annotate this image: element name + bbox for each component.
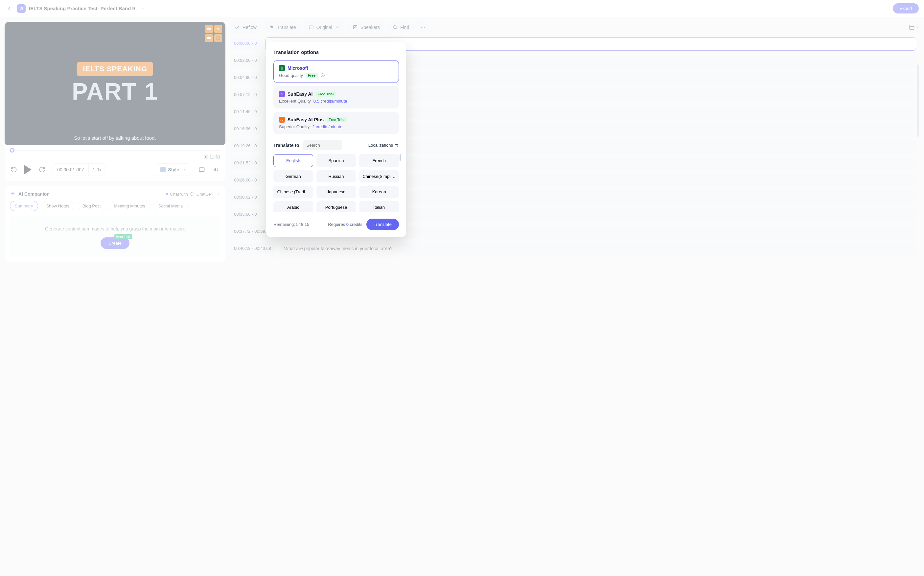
language-grid: EnglishSpanishFrenchGermanRussianChinese…: [273, 154, 399, 212]
sliders-icon: [394, 143, 399, 147]
language-scrollbar[interactable]: [400, 154, 401, 161]
info-icon[interactable]: [321, 73, 325, 78]
free-badge: Free: [306, 73, 318, 78]
language-option[interactable]: German: [273, 170, 313, 182]
language-option[interactable]: French: [359, 154, 399, 167]
language-option[interactable]: Korean: [359, 186, 399, 198]
required-credits: Requires 0 credits: [328, 222, 362, 227]
language-option[interactable]: Italian: [359, 201, 399, 212]
ai-logo-icon: AI: [279, 91, 285, 97]
provider-subeasy-ai[interactable]: AI SubEasy AI Free Trial Excellent Quali…: [273, 86, 399, 109]
language-option[interactable]: Chinese(Simpli…: [359, 170, 399, 182]
svg-point-15: [396, 144, 396, 145]
svg-point-16: [397, 146, 397, 146]
modal-overlay[interactable]: [0, 0, 924, 575]
localizations-button[interactable]: Localizations: [369, 143, 399, 147]
remaining-credits: Remaining: 548.15: [273, 222, 309, 227]
language-option[interactable]: English: [273, 154, 313, 167]
translate-action-button[interactable]: Translate: [366, 219, 399, 230]
language-search-input[interactable]: [303, 140, 342, 150]
trial-badge-plus: Free Trial: [326, 117, 347, 122]
language-option[interactable]: Arabic: [273, 201, 313, 212]
modal-title: Translation options: [273, 49, 399, 55]
language-option[interactable]: Portuguese: [316, 201, 356, 212]
translation-options-modal: Translation options ⊞ Microsoft Good qua…: [266, 42, 406, 237]
language-option[interactable]: Russian: [316, 170, 356, 182]
microsoft-logo-icon: ⊞: [279, 65, 285, 71]
trial-badge: Free Trial: [316, 91, 336, 97]
translate-to-label: Translate to: [273, 143, 299, 148]
ai-plus-logo-icon: AI: [279, 117, 285, 123]
provider-microsoft[interactable]: ⊞ Microsoft Good quality Free: [273, 60, 399, 83]
language-option[interactable]: Japanese: [316, 186, 356, 198]
provider-subeasy-ai-plus[interactable]: AI SubEasy AI Plus Free Trial Superior Q…: [273, 112, 399, 134]
language-option[interactable]: Spanish: [316, 154, 356, 167]
language-option[interactable]: Chinese (Tradi…: [273, 186, 313, 198]
